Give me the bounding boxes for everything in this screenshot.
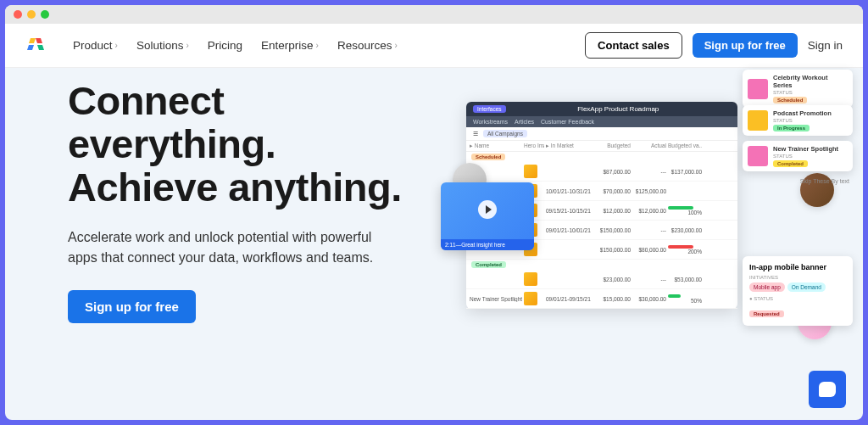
card-status-label: Status [773,118,832,123]
col-name: ▸ Name [470,143,522,149]
hero-section: Connect everything. Achieve anything. Ac… [5,68,863,420]
app-header: Interfaces FlexApp Product Roadmap [466,102,737,116]
tab-workstreams[interactable]: Workstreams [473,119,508,125]
chevron-right-icon: › [316,41,319,50]
nav-solutions[interactable]: Solutions› [136,39,189,52]
signup-button-nav[interactable]: Sign up for free [693,33,798,58]
app-table-header: ▸ Name Hero Image ▸ In Market Budgeted A… [466,141,737,152]
hero-illustration: Interfaces FlexApp Product Roadmap Works… [446,68,853,420]
nav-items: Product› Solutions› Pricing Enterprise› … [73,39,585,52]
col-in-market: ▸ In Market [546,143,595,149]
hero-headline: Connect everything. Achieve anything. [68,80,432,209]
status-pill: Scheduled [773,97,807,103]
app-toolbar: ☰ All Campaigns [466,127,737,141]
signup-button-hero[interactable]: Sign up for free [68,290,196,323]
card-title: Celebrity Workout Series [773,74,848,89]
contact-sales-button[interactable]: Contact sales [585,32,682,59]
status-card: Podcast Promotion Status In Progress [743,105,853,136]
nav-pricing[interactable]: Pricing [208,39,242,52]
chat-icon [819,382,836,397]
status-pill: Requested [749,310,784,317]
detail-label: Initiatives [749,275,846,280]
minimize-window-icon[interactable] [27,10,36,19]
detail-label: ● Status [749,296,846,301]
nav-right: Contact sales Sign up for free Sign in [585,32,843,59]
thumb-icon [524,272,537,286]
chevron-right-icon: › [115,41,118,50]
group-header: Completed [466,260,737,270]
status-pill: Completed [773,160,808,167]
initiative-pill: On Demand [787,282,826,292]
status-card: Celebrity Workout Series Status Schedule… [743,70,853,108]
table-row[interactable]: New Trainer Spotlight Series09/01/21-09/… [466,289,737,309]
campaigns-filter[interactable]: All Campaigns [483,130,527,137]
app-tabs: Workstreams Articles Customer Feedback [466,116,737,127]
group-pill: Scheduled [471,154,505,160]
play-icon[interactable] [478,200,497,219]
col-budgeted-va: Budgeted va... [668,143,702,149]
nav-product[interactable]: Product› [73,39,118,52]
nav-enterprise[interactable]: Enterprise› [261,39,319,52]
initiative-pill: Mobile app [749,282,785,292]
group-pill: Completed [471,261,506,268]
thumb-icon [524,292,537,305]
video-caption: 2:11—Great insight here [441,239,534,250]
card-title: New Trainer Spotlight [773,145,838,153]
signin-link[interactable]: Sign in [808,39,843,52]
hero-subheadline: Accelerate work and unlock potential wit… [68,227,381,268]
card-thumb [748,110,768,131]
col-budgeted: Budgeted [597,143,631,149]
app-title: FlexApp Product Roadmap [577,105,659,113]
chat-widget[interactable] [809,371,846,408]
top-nav: Product› Solutions› Pricing Enterprise› … [5,24,863,68]
col-actual: Actual [632,143,666,149]
maximize-window-icon[interactable] [41,10,49,19]
hero-copy: Connect everything. Achieve anything. Ac… [68,76,432,420]
card-title: Podcast Promotion [773,109,832,117]
card-status-label: Status [773,154,838,159]
card-thumb [748,79,768,99]
nav-resources[interactable]: Resources› [337,39,398,52]
table-row[interactable]: $87,000.00---$137,000.00 [466,162,737,182]
logo[interactable] [25,36,47,55]
chevron-right-icon: › [394,41,397,50]
card-status-label: Status [773,90,848,95]
skip-text: Skip These By text [800,178,849,184]
group-header: Scheduled [466,152,737,162]
thumb-icon [524,165,537,178]
table-row[interactable]: $23,000.00---$53,000.00 [466,270,737,289]
detail-title: In-app mobile banner [749,263,846,271]
card-thumb [748,146,768,166]
status-card: New Trainer Spotlight Status Completed [743,141,853,171]
status-pill: In Progress [773,125,810,131]
tab-feedback[interactable]: Customer Feedback [541,119,594,125]
detail-card: In-app mobile banner Initiatives Mobile … [743,256,853,326]
tab-articles[interactable]: Articles [515,119,534,125]
interfaces-pill: Interfaces [473,105,506,113]
close-window-icon[interactable] [14,10,22,19]
col-hero-image: Hero Image [524,143,544,149]
chevron-right-icon: › [186,41,188,50]
browser-chrome [5,5,863,24]
video-preview[interactable]: 2:11—Great insight here [441,182,534,250]
